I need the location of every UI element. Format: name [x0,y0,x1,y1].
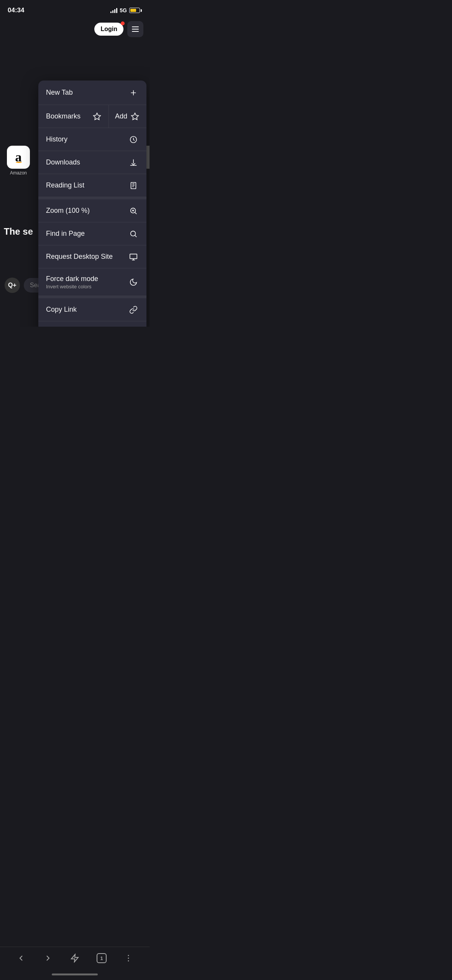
menu-item-dark-mode[interactable]: Force dark mode Invert website colors [38,268,146,296]
menu-item-find-in-page[interactable]: Find in Page [38,222,146,245]
top-nav: Login [0,18,150,40]
zoom-in-icon [128,206,139,216]
amazon-label: Amazon [10,170,27,176]
menu-item-copy-link[interactable]: Copy Link [38,298,146,321]
menu-icon-line-1 [132,26,139,27]
dropdown-menu: New Tab Bookmarks Add History Downloads [38,81,146,327]
battery-body [129,8,140,13]
signal-bar-1 [110,12,112,13]
menu-icon-line-3 [132,31,139,32]
signal-bars [110,8,117,13]
login-button[interactable]: Login [94,23,123,36]
menu-item-share[interactable]: Share [38,321,146,327]
reading-list-icon [128,180,139,191]
menu-item-new-tab[interactable]: New Tab [38,81,146,105]
battery-fill [130,9,136,12]
bookmarks-button[interactable]: Bookmarks [38,105,109,128]
background-text: The se [4,226,33,237]
svg-rect-16 [130,254,137,258]
login-notification-dot [121,21,125,25]
moon-icon [128,277,139,288]
menu-item-history[interactable]: History [38,128,146,151]
download-icon [128,157,139,168]
svg-point-14 [131,231,136,236]
search-icon [128,229,139,239]
status-bar: 04:34 5G [0,0,150,18]
search-avatar[interactable]: Q+ [5,278,20,293]
status-right: 5G [110,7,142,13]
battery [129,8,142,13]
signal-bar-2 [112,10,113,13]
add-bookmark-button[interactable]: Add [109,105,146,128]
signal-bar-3 [114,9,115,13]
svg-line-15 [135,235,136,237]
battery-tip [141,9,142,12]
svg-marker-3 [131,113,138,119]
svg-marker-2 [94,113,100,119]
menu-item-desktop-site[interactable]: Request Desktop Site [38,245,146,268]
star-filled-icon [92,111,102,122]
svg-line-13 [135,212,136,214]
status-time: 04:34 [8,7,24,14]
copy-link-icon [128,304,139,315]
signal-bar-4 [116,8,117,13]
amazon-shortcut[interactable]: a Amazon [7,146,30,176]
network-type: 5G [120,7,127,13]
clock-icon [128,134,139,145]
dark-mode-text-block: Force dark mode Invert website colors [46,275,98,289]
menu-item-reading-list[interactable]: Reading List [38,174,146,197]
plus-icon [128,87,139,98]
svg-rect-6 [131,182,136,189]
menu-item-downloads[interactable]: Downloads [38,151,146,174]
menu-icon-line-2 [132,29,139,30]
desktop-icon [128,252,139,262]
menu-item-zoom[interactable]: Zoom (100 %) [38,199,146,222]
bookmarks-row: Bookmarks Add [38,105,146,128]
menu-button[interactable] [127,21,143,37]
star-outline-icon [130,111,140,122]
amazon-icon-box: a [7,146,30,169]
